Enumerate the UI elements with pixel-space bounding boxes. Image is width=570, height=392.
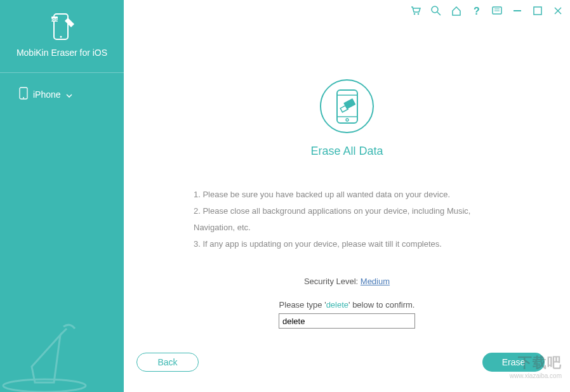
erase-hero-icon — [320, 79, 374, 133]
svg-rect-17 — [534, 7, 541, 15]
device-selector[interactable]: iPhone — [0, 81, 124, 108]
window-toolbar: ? — [410, 5, 564, 16]
svg-point-8 — [414, 13, 416, 15]
instruction-item: 1. Please be sure you have backed up all… — [194, 186, 500, 203]
security-label: Security Level: — [304, 277, 361, 286]
minimize-icon[interactable] — [512, 5, 523, 16]
sidebar-divider — [0, 72, 124, 73]
instruction-item: 3. If any app is updating on your device… — [194, 236, 500, 252]
svg-point-10 — [432, 6, 438, 13]
confirm-input[interactable] — [279, 313, 415, 329]
feedback-icon[interactable] — [491, 5, 503, 16]
app-name: MobiKin Eraser for iOS — [0, 48, 124, 58]
help-icon[interactable]: ? — [471, 5, 482, 16]
cart-icon[interactable] — [410, 5, 421, 16]
logo-area: iOS MobiKin Eraser for iOS — [0, 0, 124, 67]
home-icon[interactable] — [451, 5, 462, 16]
instruction-item: 2. Please close all background applicati… — [194, 203, 500, 236]
svg-point-23 — [346, 119, 348, 121]
search-icon[interactable] — [430, 5, 442, 16]
watermark-url: www.xiazaiba.com — [510, 372, 562, 379]
erase-button[interactable]: Erase — [482, 353, 545, 372]
svg-rect-24 — [343, 98, 355, 108]
instructions-list: 1. Please be sure you have backed up all… — [124, 186, 570, 252]
main-content: ? Erase All Data 1. Please be sure you h… — [124, 0, 570, 392]
maximize-icon[interactable] — [532, 5, 543, 16]
svg-point-6 — [3, 379, 86, 392]
svg-line-7 — [60, 329, 67, 335]
sidebar: iOS MobiKin Eraser for iOS iPhone — [0, 0, 124, 392]
svg-line-11 — [437, 12, 441, 15]
close-icon[interactable] — [552, 5, 564, 16]
svg-point-5 — [23, 97, 24, 98]
svg-point-3 — [60, 36, 62, 38]
confirm-instruction: Please type 'delete' below to confirm. — [124, 300, 570, 310]
security-level-row: Security Level: Medium — [124, 277, 570, 286]
svg-text:?: ? — [474, 6, 480, 16]
security-level-link[interactable]: Medium — [361, 277, 390, 286]
chevron-down-icon — [66, 89, 72, 100]
sidebar-decoration — [0, 300, 124, 392]
page-title: Erase All Data — [124, 145, 570, 158]
app-logo-icon: iOS — [50, 13, 74, 41]
back-button[interactable]: Back — [136, 353, 199, 372]
svg-text:iOS: iOS — [51, 18, 57, 22]
svg-point-9 — [418, 13, 420, 15]
device-label: iPhone — [33, 89, 61, 100]
phone-icon — [19, 87, 28, 101]
